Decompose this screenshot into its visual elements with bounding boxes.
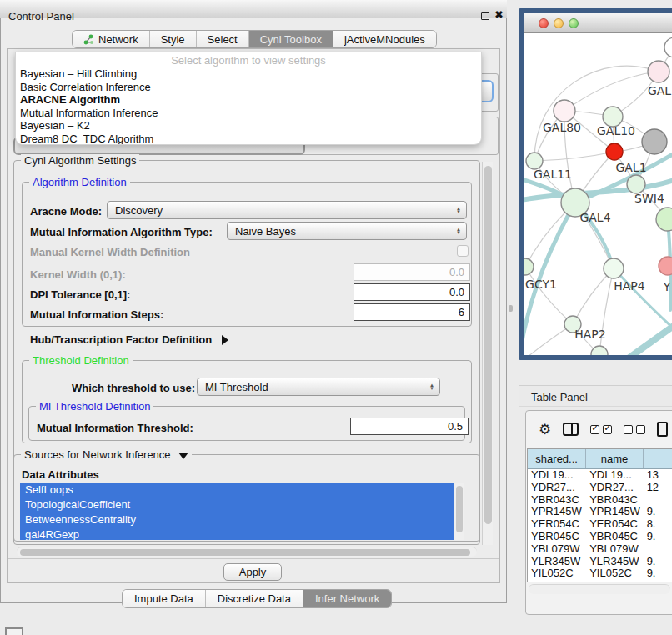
algorithm-option[interactable]: Bayesian – Hill Climbing bbox=[16, 68, 481, 81]
table-row[interactable]: YBL079WYBL079W bbox=[528, 543, 672, 556]
table-cell[interactable]: YLR345W bbox=[528, 556, 586, 568]
network-node[interactable] bbox=[524, 258, 534, 275]
which-threshold-select[interactable]: MI Threshold ▲▼ bbox=[197, 378, 440, 396]
table-row[interactable]: YIL052CYIL052C9. bbox=[528, 568, 672, 580]
table-cell[interactable] bbox=[644, 494, 672, 507]
mi-threshold-input[interactable] bbox=[350, 418, 469, 435]
table-cell[interactable]: 9. bbox=[644, 531, 672, 543]
collapsed-panel-icon[interactable] bbox=[5, 628, 23, 635]
document-icon[interactable] bbox=[657, 422, 668, 437]
table-cell[interactable]: YER054C bbox=[586, 518, 643, 531]
algorithm-option[interactable]: Mutual Information Inference bbox=[16, 107, 481, 120]
network-node[interactable] bbox=[656, 208, 672, 231]
network-node[interactable] bbox=[627, 175, 645, 193]
table-cell[interactable]: YBR045C bbox=[586, 531, 643, 543]
table-row[interactable]: YBR043CYBR043C bbox=[528, 494, 672, 507]
table-cell[interactable]: YBR045C bbox=[528, 531, 586, 543]
algorithm-option[interactable]: Basic Correlation Inference bbox=[16, 81, 481, 94]
network-node[interactable] bbox=[526, 152, 543, 169]
minimize-traffic-light-icon[interactable] bbox=[554, 18, 564, 28]
network-node[interactable] bbox=[664, 38, 672, 58]
settings-horizontal-scrollbar[interactable] bbox=[17, 547, 477, 557]
columns-icon[interactable] bbox=[563, 422, 579, 436]
table-cell[interactable]: 13 bbox=[644, 469, 672, 482]
attribute-list-item[interactable]: SelfLoops bbox=[20, 482, 454, 498]
table-row[interactable]: YDR27...YDR27...12 bbox=[528, 482, 672, 494]
hub-expander[interactable]: Hub/Transcription Factor Definition bbox=[30, 333, 228, 346]
network-node[interactable] bbox=[659, 257, 672, 275]
table-row[interactable]: YBR045CYBR045C9. bbox=[528, 531, 672, 543]
manual-kernel-checkbox[interactable] bbox=[457, 245, 469, 257]
table-row[interactable]: YER054CYER054C8. bbox=[528, 518, 672, 531]
tab-discretize-data[interactable]: Discretize Data bbox=[206, 590, 303, 608]
table-cell[interactable]: 9. bbox=[644, 556, 672, 568]
table-cell[interactable]: YPR145W bbox=[586, 506, 643, 518]
table-cell[interactable]: YDR27... bbox=[586, 482, 643, 494]
settings-scrollbar-thumb[interactable] bbox=[484, 166, 492, 524]
table-cell[interactable]: YBL079W bbox=[528, 543, 586, 556]
apply-button[interactable]: Apply bbox=[223, 563, 282, 581]
algorithm-option[interactable]: Dream8 DC_TDC Algorithm bbox=[16, 132, 481, 145]
network-node[interactable] bbox=[606, 143, 623, 160]
select-all-checkboxes-icon[interactable] bbox=[590, 425, 612, 434]
close-icon[interactable]: ✖ bbox=[494, 8, 504, 21]
node-attribute-table[interactable]: shared...nameYDL19...YDL19...13YDR27...Y… bbox=[527, 448, 672, 582]
table-cell[interactable]: 8. bbox=[644, 518, 672, 531]
table-cell[interactable]: 12 bbox=[644, 482, 672, 494]
tab-infer-network[interactable]: Infer Network bbox=[303, 590, 391, 608]
attributes-scrollbar-thumb[interactable] bbox=[456, 486, 463, 532]
tab-style[interactable]: Style bbox=[150, 31, 197, 48]
network-canvas[interactable]: GALGAL80GAL10GAL1GAL11SWI4GAL4GCY1HAP4YH… bbox=[524, 33, 672, 355]
tab-network[interactable]: Network bbox=[73, 31, 150, 48]
sources-group-title[interactable]: Sources for Network Inference bbox=[21, 448, 192, 461]
table-cell[interactable]: YDL19... bbox=[528, 469, 586, 482]
table-column-header[interactable] bbox=[644, 449, 672, 468]
kernel-width-input[interactable] bbox=[354, 263, 470, 281]
settings-hscrollbar-thumb[interactable] bbox=[20, 549, 470, 556]
tab-select[interactable]: Select bbox=[197, 31, 249, 48]
network-node[interactable] bbox=[642, 129, 667, 154]
zoom-traffic-light-icon[interactable] bbox=[569, 18, 579, 28]
table-horizontal-scrollbar[interactable] bbox=[529, 584, 670, 594]
tab-impute-data[interactable]: Impute Data bbox=[123, 590, 206, 608]
attribute-list-item[interactable]: BetweennessCentrality bbox=[20, 512, 454, 528]
network-node[interactable] bbox=[591, 346, 608, 355]
deselect-all-checkboxes-icon[interactable] bbox=[624, 425, 645, 434]
attribute-list-item[interactable]: gal4RGexp bbox=[20, 528, 454, 540]
algorithm-option[interactable]: Bayesian – K2 bbox=[16, 119, 481, 132]
table-cell[interactable]: YPR145W bbox=[528, 506, 586, 518]
table-cell[interactable]: YLR345W bbox=[586, 556, 643, 568]
table-cell[interactable]: YBL079W bbox=[586, 543, 643, 556]
table-cell[interactable]: YDL19... bbox=[586, 469, 643, 482]
table-row[interactable]: YLR345WYLR345W9. bbox=[528, 556, 672, 568]
mi-algorithm-type-select[interactable]: Naive Bayes ▲▼ bbox=[227, 222, 467, 240]
network-window-titlebar[interactable] bbox=[524, 13, 672, 33]
table-cell[interactable]: YBR043C bbox=[528, 494, 586, 507]
settings-vertical-scrollbar[interactable] bbox=[482, 162, 493, 545]
table-cell[interactable] bbox=[644, 543, 672, 556]
mi-steps-input[interactable] bbox=[354, 303, 470, 321]
table-cell[interactable]: 9. bbox=[644, 506, 672, 518]
network-node[interactable] bbox=[604, 258, 624, 278]
table-cell[interactable]: YIL052C bbox=[528, 568, 586, 580]
table-column-header[interactable]: shared... bbox=[528, 449, 586, 468]
panel-splitter-handle[interactable] bbox=[509, 305, 513, 312]
table-cell[interactable]: YBR043C bbox=[586, 494, 643, 507]
network-node[interactable] bbox=[648, 61, 669, 82]
float-window-icon[interactable] bbox=[481, 12, 489, 20]
aracne-mode-select[interactable]: Discovery ▲▼ bbox=[107, 201, 467, 219]
table-cell[interactable]: YDR27... bbox=[528, 482, 586, 494]
attribute-list-item[interactable]: TopologicalCoefficient bbox=[20, 498, 454, 512]
tab-jactivemnodules[interactable]: jActiveMNodules bbox=[333, 31, 436, 48]
tab-cyni-toolbox[interactable]: Cyni Toolbox bbox=[249, 31, 333, 48]
table-row[interactable]: YPR145WYPR145W9. bbox=[528, 506, 672, 518]
data-attributes-list[interactable]: SelfLoopsTopologicalCoefficientBetweenne… bbox=[20, 482, 454, 540]
attributes-vertical-scrollbar[interactable] bbox=[454, 482, 464, 540]
table-row[interactable]: YDL19...YDL19...13 bbox=[528, 469, 672, 482]
table-cell[interactable]: YIL052C bbox=[586, 568, 643, 580]
table-cell[interactable]: YER054C bbox=[528, 518, 586, 531]
table-column-header[interactable]: name bbox=[586, 449, 644, 468]
gear-icon[interactable]: ⚙ bbox=[539, 422, 551, 437]
network-node[interactable] bbox=[554, 100, 575, 122]
dpi-tolerance-input[interactable] bbox=[354, 283, 470, 301]
